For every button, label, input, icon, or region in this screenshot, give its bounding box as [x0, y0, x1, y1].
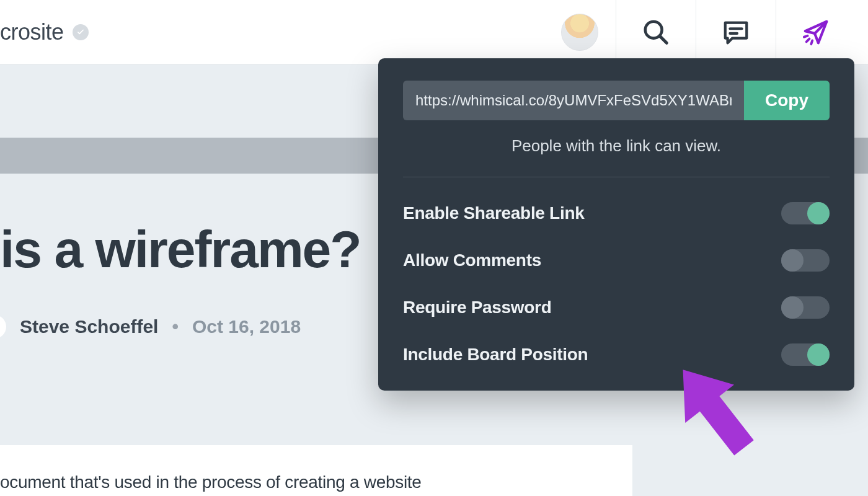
author-name[interactable]: Steve Schoeffel	[20, 316, 158, 337]
option-label: Include Board Position	[403, 345, 588, 365]
chat-icon	[722, 18, 750, 46]
publish-date: Oct 16, 2018	[192, 316, 301, 337]
comments-button[interactable]	[696, 0, 776, 64]
toggle-include-board-position[interactable]	[781, 343, 830, 366]
send-icon	[802, 18, 830, 46]
toggle-allow-comments[interactable]	[781, 249, 830, 272]
share-url-row: Copy	[403, 81, 830, 120]
top-bar: crosite	[0, 0, 868, 64]
svg-line-6	[807, 38, 810, 42]
option-require-password: Require Password	[403, 296, 830, 319]
svg-line-1	[660, 36, 666, 43]
share-url-input[interactable]	[403, 81, 744, 120]
document-text: ocument that's used in the process of cr…	[0, 445, 632, 496]
breadcrumb-title[interactable]: crosite	[0, 19, 64, 45]
share-popover: Copy People with the link can view. Enab…	[378, 58, 854, 391]
share-permission-note: People with the link can view.	[403, 136, 830, 177]
option-label: Require Password	[403, 298, 552, 317]
avatar[interactable]	[561, 14, 598, 51]
breadcrumb: crosite	[0, 19, 89, 45]
option-include-board-position: Include Board Position	[403, 343, 830, 366]
option-enable-shareable-link: Enable Shareable Link	[403, 202, 830, 224]
body-snippet: ocument that's used in the process of cr…	[0, 472, 632, 492]
search-icon	[642, 18, 670, 46]
copy-button[interactable]: Copy	[744, 81, 830, 120]
bullet-icon: •	[172, 316, 179, 337]
option-label: Allow Comments	[403, 250, 541, 270]
option-label: Enable Shareable Link	[403, 203, 584, 223]
search-button[interactable]	[616, 0, 696, 64]
author-avatar[interactable]	[0, 315, 6, 339]
option-allow-comments: Allow Comments	[403, 249, 830, 272]
toggle-enable-shareable-link[interactable]	[781, 202, 830, 224]
svg-line-7	[811, 40, 812, 44]
verified-icon	[73, 24, 89, 40]
toggle-require-password[interactable]	[781, 296, 830, 319]
share-button[interactable]	[776, 0, 856, 64]
svg-line-5	[804, 35, 808, 37]
topbar-actions	[561, 0, 856, 64]
